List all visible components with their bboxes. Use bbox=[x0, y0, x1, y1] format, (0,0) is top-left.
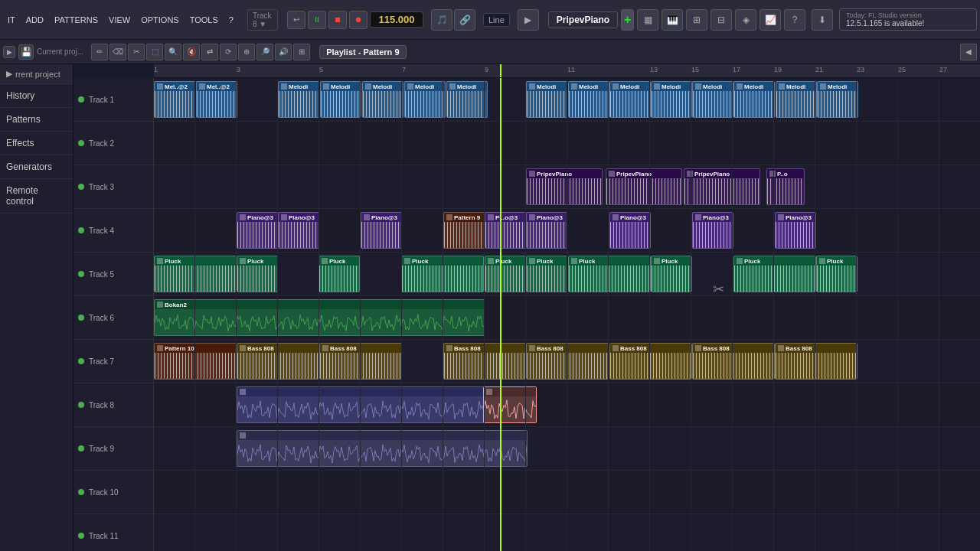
rewind-btn[interactable]: ↩ bbox=[287, 11, 305, 29]
clip-9-0[interactable] bbox=[237, 430, 528, 467]
clip-7-3[interactable]: Bass 808 bbox=[443, 343, 526, 380]
clip-1-9[interactable]: Melodi bbox=[609, 81, 651, 118]
clip-5-3[interactable]: Pluck bbox=[401, 256, 484, 292]
browser-icon[interactable]: ⊞ bbox=[686, 9, 707, 31]
clip-1-6[interactable]: Melodi bbox=[446, 81, 488, 118]
bpm-display[interactable]: 115.000 bbox=[370, 11, 423, 28]
menu-help[interactable]: ? bbox=[224, 14, 238, 26]
link-icon[interactable]: 🔗 bbox=[454, 9, 475, 31]
track-label-9[interactable]: Track 9 bbox=[74, 427, 153, 471]
menu-tools[interactable]: TOOLS bbox=[185, 14, 223, 26]
clip-4-2[interactable]: Piano@3 bbox=[361, 212, 402, 249]
erase-icon[interactable]: ⌫ bbox=[109, 44, 126, 60]
track-row-6[interactable]: Bokan2 bbox=[154, 296, 980, 340]
clip-5-5[interactable]: Pluck bbox=[526, 256, 567, 292]
line-selector[interactable]: Line bbox=[483, 13, 510, 27]
track-row-1[interactable]: Mel..@2 Mel..@2 Melodi bbox=[154, 78, 980, 122]
track-selector[interactable]: Track 8 ▼ bbox=[247, 9, 278, 31]
sidebar-item-history[interactable]: History bbox=[0, 84, 73, 108]
track-label-5[interactable]: Track 5 bbox=[74, 253, 153, 296]
snap-icon[interactable]: ⊕ bbox=[238, 44, 255, 60]
menu-patterns[interactable]: PATTERNS bbox=[50, 14, 103, 26]
grid-icon[interactable]: ⊞ bbox=[293, 44, 310, 60]
zoom-out-icon[interactable]: 🔎 bbox=[256, 44, 273, 60]
clip-4-7[interactable]: Piano@3 bbox=[692, 212, 733, 249]
clip-4-8[interactable]: Piano@3 bbox=[775, 212, 816, 249]
automation-icon[interactable]: 📈 bbox=[760, 9, 781, 31]
sidebar-project[interactable]: ▶ rrent project bbox=[0, 64, 73, 84]
clip-3-1[interactable]: PripevPiano bbox=[606, 168, 682, 205]
clip-4-6[interactable]: Piano@3 bbox=[609, 212, 651, 249]
clip-4-5[interactable]: Piano@3 bbox=[526, 212, 567, 249]
draw-icon[interactable]: ✏ bbox=[91, 44, 108, 60]
clip-5-6[interactable]: Pluck bbox=[568, 256, 651, 292]
volume-icon[interactable]: 🔊 bbox=[275, 44, 292, 60]
clip-3-3[interactable]: P..o bbox=[766, 168, 805, 205]
nav-arrow-icon[interactable]: ▶ bbox=[518, 9, 539, 31]
track-row-9[interactable] bbox=[154, 427, 980, 471]
clip-1-0[interactable]: Mel..@2 bbox=[154, 81, 195, 118]
loop-icon[interactable]: ⟳ bbox=[220, 44, 237, 60]
track-row-4[interactable]: Piano@3 Piano@3 Piano@3 bbox=[154, 209, 980, 253]
track-row-5[interactable]: Pluck Pluck Pluck bbox=[154, 253, 980, 296]
clip-7-1[interactable]: Bass 808 bbox=[237, 343, 319, 380]
clip-1-8[interactable]: Melodi bbox=[568, 81, 609, 118]
clip-4-0[interactable]: Piano@3 bbox=[237, 212, 278, 249]
clip-1-7[interactable]: Melodi bbox=[526, 81, 567, 118]
sidebar-item-effects[interactable]: Effects bbox=[0, 132, 73, 155]
clip-1-4[interactable]: Melodi bbox=[362, 81, 403, 118]
save-icon[interactable]: 💾 bbox=[18, 44, 34, 60]
clip-4-1[interactable]: Piano@3 bbox=[278, 212, 319, 249]
tracks-container[interactable]: Track 1 Track 2 Track 3 Track 4 Track 5 … bbox=[74, 78, 980, 551]
track-row-11[interactable] bbox=[154, 514, 980, 551]
track-label-7[interactable]: Track 7 bbox=[74, 340, 153, 383]
play-pause-btn[interactable]: ⏸ bbox=[308, 11, 326, 29]
instrument-display[interactable]: PripevPiano bbox=[548, 11, 618, 28]
clip-1-2[interactable]: Melodi bbox=[278, 81, 319, 118]
clip-5-9[interactable]: Pluck bbox=[816, 256, 858, 292]
clip-1-11[interactable]: Melodi bbox=[692, 81, 733, 118]
piano-roll-icon[interactable]: 🎹 bbox=[662, 9, 683, 31]
track-row-3[interactable]: PripevPiano PripevPiano PripevPiano bbox=[154, 165, 980, 209]
track-label-2[interactable]: Track 2 bbox=[74, 122, 153, 165]
clip-4-4[interactable]: Pi..o@3 bbox=[485, 212, 526, 249]
sidebar-item-patterns[interactable]: Patterns bbox=[0, 108, 73, 132]
select-icon[interactable]: ⬚ bbox=[146, 44, 163, 60]
sample-icon[interactable]: ◈ bbox=[735, 9, 756, 31]
clip-7-5[interactable]: Bass 808 bbox=[609, 343, 692, 380]
download-icon[interactable]: ⬇ bbox=[812, 9, 833, 31]
clip-5-8[interactable]: Pluck bbox=[733, 256, 816, 292]
project-icon[interactable]: ▶ bbox=[3, 46, 15, 58]
clip-1-1[interactable]: Mel..@2 bbox=[196, 81, 237, 118]
clip-7-2[interactable]: Bass 808 bbox=[319, 343, 402, 380]
add-instrument-btn[interactable]: + bbox=[621, 9, 634, 31]
click-icon[interactable]: 🎵 bbox=[431, 9, 452, 31]
clip-3-2[interactable]: PripevPiano bbox=[684, 168, 760, 205]
track-label-1[interactable]: Track 1 bbox=[74, 78, 153, 122]
track-label-10[interactable]: Track 10 bbox=[74, 471, 153, 514]
clip-5-1[interactable]: Pluck bbox=[237, 256, 278, 292]
clip-7-7[interactable]: Bass 808 bbox=[775, 343, 858, 380]
stop-btn[interactable]: ⏹ bbox=[328, 11, 347, 29]
clip-1-5[interactable]: Melodi bbox=[404, 81, 446, 118]
clip-1-3[interactable]: Melodi bbox=[320, 81, 361, 118]
track-row-7[interactable]: Pattern 10 Bass 808 Bass 808 bbox=[154, 340, 980, 383]
sidebar-item-remote[interactable]: Remote control bbox=[0, 179, 73, 214]
track-label-8[interactable]: Track 8 bbox=[74, 383, 153, 427]
clip-1-14[interactable]: Melodi bbox=[817, 81, 858, 118]
clip-1-12[interactable]: Melodi bbox=[733, 81, 775, 118]
tracks-grid[interactable]: ✂ Mel..@2 Mel..@2 Melod bbox=[154, 78, 980, 551]
track-row-10[interactable] bbox=[154, 471, 980, 514]
clip-5-2[interactable]: Pluck bbox=[318, 256, 360, 292]
track-row-2[interactable] bbox=[154, 122, 980, 165]
clip-7-6[interactable]: Bass 808 bbox=[692, 343, 775, 380]
menu-add[interactable]: ADD bbox=[21, 14, 48, 26]
mute-icon[interactable]: 🔇 bbox=[183, 44, 200, 60]
track-label-11[interactable]: Track 11 bbox=[74, 514, 153, 551]
track-label-3[interactable]: Track 3 bbox=[74, 165, 153, 209]
clip-8-1[interactable] bbox=[483, 386, 537, 423]
clip-3-0[interactable]: PripevPiano bbox=[526, 168, 603, 205]
menu-options[interactable]: OPTIONS bbox=[136, 14, 184, 26]
record-btn[interactable]: ⏺ bbox=[349, 11, 368, 29]
mixer-icon[interactable]: ▦ bbox=[637, 9, 658, 31]
